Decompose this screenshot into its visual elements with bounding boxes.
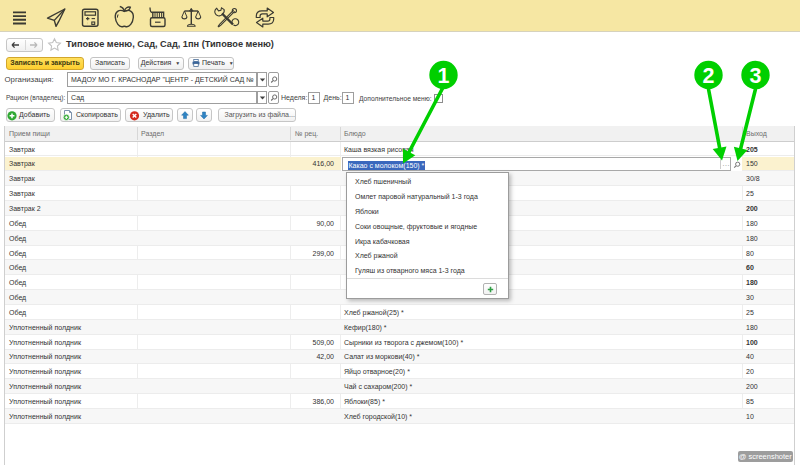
svg-text:2: 2 — [703, 64, 715, 88]
svg-text:3: 3 — [750, 64, 762, 88]
svg-text:1: 1 — [438, 64, 450, 88]
